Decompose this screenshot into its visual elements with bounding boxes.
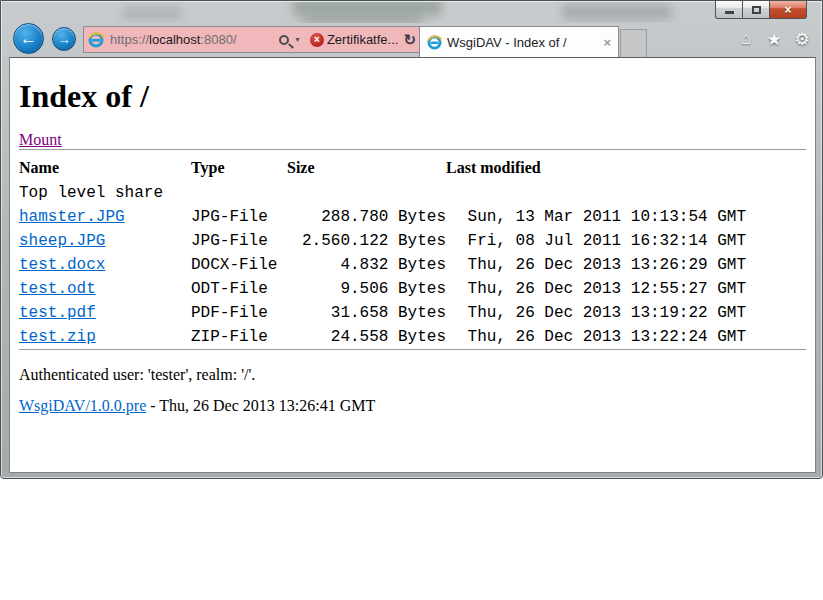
table-note-row: Top level share <box>19 181 746 205</box>
home-icon[interactable]: ⌂ <box>736 29 756 50</box>
file-modified: Thu, 26 Dec 2013 13:22:24 GMT <box>446 325 746 349</box>
browser-window: × ← → https://localhost:8080/ ▼ × Zertif… <box>0 0 823 479</box>
col-header-size: Size <box>287 155 446 181</box>
table-row: test.odt ODT-File 9.506 Bytes Thu, 26 De… <box>19 277 746 301</box>
file-link[interactable]: test.odt <box>19 280 96 298</box>
window-controls: × <box>716 1 807 19</box>
file-table: Name Type Size Last modified Top level s… <box>19 155 746 349</box>
file-type: ZIP-File <box>191 325 287 349</box>
file-modified: Thu, 26 Dec 2013 13:26:29 GMT <box>446 253 746 277</box>
table-row: hamster.JPG JPG-File 288.780 Bytes Sun, … <box>19 205 746 229</box>
url-scheme: https:// <box>110 32 149 47</box>
file-modified: Thu, 26 Dec 2013 12:55:27 GMT <box>446 277 746 301</box>
back-icon: ← <box>20 29 37 49</box>
forward-button[interactable]: → <box>52 27 76 51</box>
server-date: - Thu, 26 Dec 2013 13:26:41 GMT <box>146 397 375 414</box>
col-header-modified: Last modified <box>446 155 746 181</box>
search-icon[interactable] <box>279 35 289 45</box>
col-header-name: Name <box>19 155 191 181</box>
file-link[interactable]: sheep.JPG <box>19 232 105 250</box>
minimize-button[interactable] <box>715 1 743 19</box>
url-port: :8080/ <box>200 32 236 47</box>
page-viewport: Index of / Mount Name Type Size Last mod… <box>9 57 816 473</box>
url-text: https://localhost:8080/ <box>110 32 237 47</box>
authenticated-user-text: Authenticated user: 'tester', realm: '/'… <box>19 366 806 384</box>
browser-toolbar-icons: ⌂ ★ ⚙ <box>736 29 812 50</box>
new-tab-button[interactable] <box>620 29 647 57</box>
tab-close-icon[interactable]: × <box>603 35 611 50</box>
file-size: 9.506 Bytes <box>287 277 446 301</box>
minimize-icon <box>725 11 734 14</box>
divider <box>19 349 806 350</box>
window-titlebar[interactable] <box>2 2 821 23</box>
url-host: localhost <box>149 32 200 47</box>
mount-link[interactable]: Mount <box>19 131 62 148</box>
close-icon: × <box>784 3 791 17</box>
col-header-type: Type <box>191 155 287 181</box>
back-button[interactable]: ← <box>13 23 44 54</box>
page-content: Index of / Mount Name Type Size Last mod… <box>10 78 815 415</box>
table-header-row: Name Type Size Last modified <box>19 155 746 181</box>
maximize-icon <box>752 6 761 14</box>
file-link[interactable]: test.docx <box>19 256 105 274</box>
glass-blur-decoration <box>122 6 182 20</box>
refresh-icon[interactable]: ↻ <box>403 31 416 49</box>
file-link[interactable]: hamster.JPG <box>19 208 125 226</box>
maximize-button[interactable] <box>742 1 770 19</box>
file-link[interactable]: test.zip <box>19 328 96 346</box>
file-size: 24.558 Bytes <box>287 325 446 349</box>
close-window-button[interactable]: × <box>769 1 807 19</box>
cert-x-glyph: × <box>314 34 320 45</box>
chevron-down-icon[interactable]: ▼ <box>294 36 301 43</box>
share-note: Top level share <box>19 181 746 205</box>
tab-wsgidav[interactable]: WsgiDAV - Index of / × <box>419 26 619 57</box>
glass-blur-decoration <box>562 4 672 20</box>
server-version-link[interactable]: WsgiDAV/1.0.0.pre <box>19 397 146 414</box>
forward-icon: → <box>58 32 71 47</box>
screenshot-stage: × ← → https://localhost:8080/ ▼ × Zertif… <box>0 0 823 600</box>
table-row: sheep.JPG JPG-File 2.560.122 Bytes Fri, … <box>19 229 746 253</box>
server-signature: WsgiDAV/1.0.0.pre - Thu, 26 Dec 2013 13:… <box>19 397 806 415</box>
page-title: Index of / <box>19 78 806 115</box>
tab-title: WsgiDAV - Index of / <box>447 35 598 50</box>
table-row: test.docx DOCX-File 4.832 Bytes Thu, 26 … <box>19 253 746 277</box>
file-modified: Thu, 26 Dec 2013 13:19:22 GMT <box>446 301 746 325</box>
file-type: PDF-File <box>191 301 287 325</box>
gear-settings-icon[interactable]: ⚙ <box>792 29 812 50</box>
table-row: test.pdf PDF-File 31.658 Bytes Thu, 26 D… <box>19 301 746 325</box>
file-size: 2.560.122 Bytes <box>287 229 446 253</box>
file-type: DOCX-File <box>191 253 287 277</box>
certificate-error-label[interactable]: Zertifikatfe... <box>327 32 399 47</box>
ie-logo-icon <box>88 32 104 48</box>
table-row: test.zip ZIP-File 24.558 Bytes Thu, 26 D… <box>19 325 746 349</box>
file-size: 31.658 Bytes <box>287 301 446 325</box>
file-size: 4.832 Bytes <box>287 253 446 277</box>
file-type: ODT-File <box>191 277 287 301</box>
address-bar[interactable]: https://localhost:8080/ ▼ × Zertifikatfe… <box>83 26 421 53</box>
star-favorites-icon[interactable]: ★ <box>764 29 784 50</box>
browser-navbar: ← → https://localhost:8080/ ▼ × Zertifik… <box>9 23 816 57</box>
ie-logo-icon <box>427 35 442 50</box>
file-modified: Sun, 13 Mar 2011 10:13:54 GMT <box>446 205 746 229</box>
file-type: JPG-File <box>191 229 287 253</box>
divider <box>19 149 806 150</box>
certificate-error-icon[interactable]: × <box>310 33 324 47</box>
file-size: 288.780 Bytes <box>287 205 446 229</box>
file-modified: Fri, 08 Jul 2011 16:32:14 GMT <box>446 229 746 253</box>
glass-blur-decoration <box>302 12 422 23</box>
file-link[interactable]: test.pdf <box>19 304 96 322</box>
file-type: JPG-File <box>191 205 287 229</box>
